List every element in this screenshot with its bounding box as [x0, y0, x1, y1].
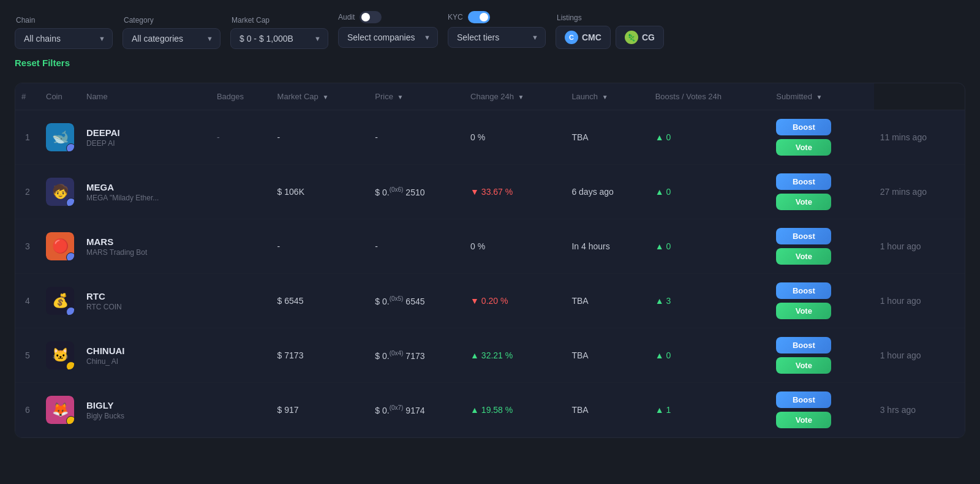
cell-coin-img: 🦊	[40, 383, 80, 437]
col-coin: Coin	[40, 83, 80, 110]
boost-button[interactable]: Boost	[776, 282, 831, 299]
kyc-toggle[interactable]	[468, 11, 490, 23]
table-row: 4💰RTCRTC COIN$ 6545$ 0.(0x5) 6545▼ 0.20 …	[15, 274, 965, 328]
cell-coin-img: 🧒	[40, 165, 80, 219]
cell-num: 3	[15, 219, 40, 274]
cell-name: RTCRTC COIN	[80, 274, 211, 328]
category-select[interactable]: All categories	[123, 28, 221, 49]
cell-marketcap: $ 106K	[271, 165, 369, 219]
marketcap-select-wrapper: $ 0 - $ 1,000B ▼	[230, 28, 328, 49]
col-submitted[interactable]: Submitted ▼	[770, 83, 873, 110]
vote-button[interactable]: Vote	[776, 139, 831, 156]
companies-select-wrapper: Select companies ▼	[338, 27, 438, 48]
table-row: 1🐋DEEPAIDEEP AI---0 %TBA▲ 0BoostVote11 m…	[15, 110, 965, 165]
cell-boosts: ▲ 0	[649, 219, 771, 274]
cell-coin-img: 🐱	[40, 328, 80, 383]
cell-name: MEGAMEGA "Milady Ether...	[80, 165, 211, 219]
tiers-select[interactable]: Select tiers	[448, 27, 546, 48]
cell-launch: 6 days ago	[565, 165, 649, 219]
cell-actions: BoostVote	[770, 383, 873, 437]
companies-select[interactable]: Select companies	[338, 27, 438, 48]
cg-button[interactable]: 🦎 CG	[616, 26, 664, 49]
cell-launch: TBA	[565, 110, 649, 165]
launch-sort-icon: ▼	[602, 94, 608, 100]
audit-toggle-row: Audit	[338, 11, 438, 23]
vote-button[interactable]: Vote	[776, 412, 831, 428]
audit-toggle[interactable]	[360, 11, 382, 23]
cell-boosts: ▲ 1	[649, 383, 771, 437]
filters-bar: Chain All chains ▼ Category All categori…	[0, 0, 980, 49]
cell-actions: BoostVote	[770, 328, 873, 383]
marketcap-label: Market Cap	[230, 16, 328, 25]
listings-buttons: C CMC 🦎 CG	[556, 26, 664, 49]
cell-boosts: ▲ 0	[649, 328, 771, 383]
boost-button[interactable]: Boost	[776, 173, 831, 190]
cell-submitted: 1 hour ago	[874, 219, 965, 274]
vote-button[interactable]: Vote	[776, 194, 831, 210]
cell-change: 0 %	[464, 110, 565, 165]
cell-actions: BoostVote	[770, 110, 873, 165]
table-row: 6🦊BIGLYBigly Bucks$ 917$ 0.(0x7) 9174▲ 1…	[15, 383, 965, 437]
chain-select-wrapper: All chains ▼	[15, 28, 113, 49]
cell-badges	[211, 328, 271, 383]
vote-button[interactable]: Vote	[776, 357, 831, 374]
change-sort-icon: ▼	[518, 94, 524, 100]
cell-badges	[211, 219, 271, 274]
coins-table: # Coin Name Badges Market Cap ▼ Price ▼ …	[15, 83, 965, 437]
cell-marketcap: $ 7173	[271, 328, 369, 383]
cell-price: $ 0.(0x6) 2510	[369, 165, 464, 219]
cell-price: $ 0.(0x5) 6545	[369, 274, 464, 328]
price-sort-icon: ▼	[398, 94, 404, 100]
cell-boosts: ▲ 0	[649, 110, 771, 165]
cell-marketcap: $ 917	[271, 383, 369, 437]
submitted-sort-icon: ▼	[816, 94, 822, 100]
cell-actions: BoostVote	[770, 274, 873, 328]
cell-boosts: ▲ 3	[649, 274, 771, 328]
marketcap-filter-group: Market Cap $ 0 - $ 1,000B ▼	[230, 16, 328, 49]
cell-badges	[211, 274, 271, 328]
table-body: 1🐋DEEPAIDEEP AI---0 %TBA▲ 0BoostVote11 m…	[15, 110, 965, 437]
cell-change: 0 %	[464, 219, 565, 274]
category-filter-group: Category All categories ▼	[123, 16, 221, 49]
col-price[interactable]: Price ▼	[369, 83, 464, 110]
cell-submitted: 11 mins ago	[874, 110, 965, 165]
reset-filters-button[interactable]: Reset Filters	[15, 58, 70, 68]
listings-label: Listings	[556, 13, 664, 22]
boost-button[interactable]: Boost	[776, 391, 831, 408]
cell-coin-img: 🐋	[40, 110, 80, 165]
cmc-label: CMC	[582, 32, 601, 42]
chain-filter-group: Chain All chains ▼	[15, 16, 113, 49]
cmc-button[interactable]: C CMC	[556, 26, 611, 49]
vote-button[interactable]: Vote	[776, 303, 831, 319]
audit-label: Audit	[338, 13, 355, 21]
cell-change: ▲ 32.21 %	[464, 328, 565, 383]
cell-change: ▼ 0.20 %	[464, 274, 565, 328]
cell-change: ▼ 33.67 %	[464, 165, 565, 219]
boost-button[interactable]: Boost	[776, 337, 831, 354]
chain-select[interactable]: All chains	[15, 28, 113, 49]
category-select-wrapper: All categories ▼	[123, 28, 221, 49]
cell-marketcap: -	[271, 219, 369, 274]
cell-badges	[211, 165, 271, 219]
vote-button[interactable]: Vote	[776, 248, 831, 265]
col-num: #	[15, 83, 40, 110]
cell-price: -	[369, 219, 464, 274]
chain-label: Chain	[15, 16, 113, 25]
col-boosts: Boosts / Votes 24h	[649, 83, 771, 110]
boost-button[interactable]: Boost	[776, 228, 831, 244]
cell-badges: -	[211, 110, 271, 165]
boost-button[interactable]: Boost	[776, 119, 831, 135]
cell-price: $ 0.(0x4) 7173	[369, 328, 464, 383]
tiers-select-wrapper: Select tiers ▼	[448, 27, 546, 48]
cell-num: 4	[15, 274, 40, 328]
coins-table-container: # Coin Name Badges Market Cap ▼ Price ▼ …	[15, 83, 965, 438]
cell-marketcap: -	[271, 110, 369, 165]
col-change[interactable]: Change 24h ▼	[464, 83, 565, 110]
cell-launch: In 4 hours	[565, 219, 649, 274]
audit-toggle-group: Audit Select companies ▼	[338, 11, 438, 49]
cell-change: ▲ 19.58 %	[464, 383, 565, 437]
cell-actions: BoostVote	[770, 219, 873, 274]
col-marketcap[interactable]: Market Cap ▼	[271, 83, 369, 110]
marketcap-select[interactable]: $ 0 - $ 1,000B	[230, 28, 328, 49]
col-launch[interactable]: Launch ▼	[565, 83, 649, 110]
